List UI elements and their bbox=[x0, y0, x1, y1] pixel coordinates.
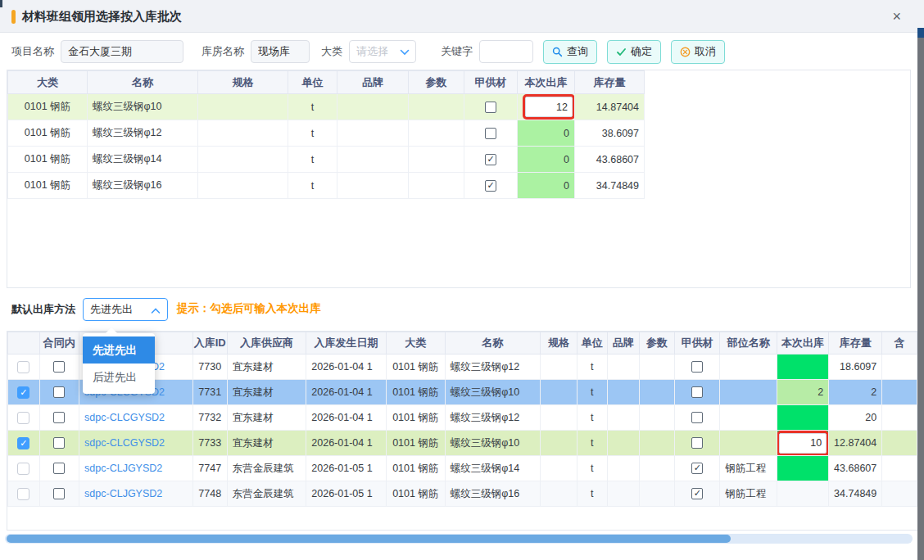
cell-id: 7731 bbox=[192, 380, 227, 405]
cell-param bbox=[409, 147, 464, 173]
horizontal-scrollbar[interactable] bbox=[5, 534, 913, 544]
cell-qty bbox=[777, 355, 829, 380]
cell-stock: 34.74849 bbox=[575, 173, 645, 199]
cell-stock: 43.68607 bbox=[829, 456, 882, 481]
checkbox-checked-icon[interactable]: ✓ bbox=[485, 154, 496, 165]
row-checkbox-checked[interactable]: ✓ bbox=[17, 386, 29, 399]
checkbox-checked-icon[interactable]: ✓ bbox=[691, 463, 703, 474]
project-name-field[interactable] bbox=[61, 40, 183, 63]
doc-number-link[interactable]: sdpc-CLCGYSD2 bbox=[84, 412, 165, 423]
checkbox-unchecked-icon[interactable] bbox=[485, 102, 496, 113]
cell-doc: sdpc-CLJGYSD2 bbox=[79, 456, 193, 481]
project-name-label: 项目名称 bbox=[11, 44, 54, 59]
category-label: 大类 bbox=[321, 44, 342, 59]
cell-unit: t bbox=[577, 481, 607, 507]
dropdown-option-fifo[interactable]: 先进先出 bbox=[83, 336, 155, 364]
column-header: 品牌 bbox=[607, 332, 639, 355]
cell-supplied: ✓ bbox=[675, 481, 720, 507]
checkbox-unchecked-icon[interactable] bbox=[53, 412, 65, 423]
qty-input[interactable] bbox=[525, 97, 573, 117]
cell-param bbox=[639, 431, 674, 456]
table-row: ✓sdpc-CLCGYSD27733宜东建材2026-01-04 10101 钢… bbox=[8, 431, 917, 456]
row-checkbox[interactable] bbox=[17, 488, 29, 500]
cell-brand bbox=[337, 147, 409, 173]
column-header: 本次出库 bbox=[777, 332, 829, 355]
confirm-button[interactable]: 确定 bbox=[607, 40, 661, 64]
checkbox-unchecked-icon[interactable] bbox=[53, 361, 65, 373]
checkbox-checked-icon[interactable]: ✓ bbox=[485, 180, 496, 192]
summary-table-panel: 大类名称规格单位品牌参数甲供材本次出库库存量0101 钢筋螺纹三级钢φ10t14… bbox=[7, 70, 911, 288]
row-checkbox[interactable] bbox=[17, 361, 29, 373]
close-icon[interactable]: × bbox=[892, 8, 901, 25]
checkbox-unchecked-icon[interactable] bbox=[53, 437, 65, 449]
column-header: 规格 bbox=[540, 332, 577, 355]
doc-number-link[interactable]: sdpc-CLJGYSD2 bbox=[84, 463, 162, 474]
cell-category: 0101 钢筋 bbox=[8, 173, 88, 199]
cell-spec bbox=[540, 355, 577, 380]
cell-brand bbox=[337, 94, 409, 120]
column-header: 品牌 bbox=[337, 71, 409, 94]
cell-stock: 2 bbox=[829, 380, 882, 405]
column-header: 大类 bbox=[8, 71, 88, 94]
cell-stock: 34.74849 bbox=[829, 481, 882, 507]
warehouse-name-label: 库房名称 bbox=[202, 44, 244, 59]
table-row: 0101 钢筋螺纹三级钢φ14t✓043.68607 bbox=[8, 147, 645, 173]
checkbox-unchecked-icon[interactable] bbox=[691, 386, 703, 398]
cell-brand bbox=[337, 173, 409, 199]
checkbox-unchecked-icon[interactable] bbox=[53, 386, 65, 398]
keyword-input[interactable] bbox=[479, 40, 533, 63]
cell-brand bbox=[337, 120, 409, 147]
cell-brand bbox=[607, 431, 639, 456]
cell-name: 螺纹三级钢φ16 bbox=[445, 481, 540, 507]
row-checkbox[interactable] bbox=[17, 463, 29, 475]
search-icon bbox=[552, 47, 563, 57]
dropdown-option-lifo[interactable]: 后进先出 bbox=[83, 364, 155, 391]
title-bar: 材料班组领用选择按入库批次 × bbox=[0, 0, 924, 33]
cell-unit: t bbox=[577, 456, 607, 481]
cell-contract bbox=[39, 405, 79, 431]
cell-tail bbox=[882, 355, 917, 380]
cell-doc: sdpc-CLCGYSD2 bbox=[79, 405, 193, 431]
checkbox-unchecked-icon[interactable] bbox=[691, 361, 703, 373]
cell-spec bbox=[540, 481, 577, 507]
cell-spec bbox=[198, 147, 288, 173]
cell-category: 0101 钢筋 bbox=[386, 431, 445, 456]
checkbox-unchecked-icon[interactable] bbox=[485, 128, 496, 139]
cell-selected: ✓ bbox=[8, 380, 40, 405]
cell-brand bbox=[607, 405, 639, 431]
cell-tail bbox=[882, 431, 917, 456]
checkbox-checked-icon[interactable]: ✓ bbox=[691, 488, 703, 499]
cell-part bbox=[720, 431, 777, 456]
cell-stock: 14.87404 bbox=[575, 94, 645, 120]
checkbox-unchecked-icon[interactable] bbox=[691, 437, 703, 449]
cell-spec bbox=[540, 405, 577, 431]
cell-part: 钢筋工程 bbox=[720, 481, 777, 507]
cell-contract bbox=[39, 380, 79, 405]
query-button[interactable]: 查询 bbox=[543, 40, 597, 64]
cell-category: 0101 钢筋 bbox=[386, 405, 445, 431]
cell-supplied: ✓ bbox=[675, 456, 720, 481]
table-row: sdpc-CLJGYSD27747东营金辰建筑2026-01-05 10101 … bbox=[8, 456, 917, 481]
column-header: 名称 bbox=[88, 71, 198, 94]
cell-contract bbox=[39, 481, 79, 507]
checkbox-unchecked-icon[interactable] bbox=[53, 463, 65, 474]
row-checkbox-checked[interactable]: ✓ bbox=[17, 437, 29, 449]
checkbox-unchecked-icon[interactable] bbox=[53, 488, 65, 499]
category-placeholder: 请选择 bbox=[356, 44, 388, 59]
row-checkbox[interactable] bbox=[17, 412, 29, 424]
doc-number-link[interactable]: sdpc-CLJGYSD2 bbox=[84, 488, 162, 499]
cell-doc: sdpc-CLJGYSD2 bbox=[79, 481, 193, 507]
cell-supplier: 宜东建材 bbox=[227, 405, 306, 431]
doc-number-link[interactable]: sdpc-CLCGYSD2 bbox=[84, 437, 165, 449]
cell-name: 螺纹三级钢φ16 bbox=[88, 173, 198, 199]
warehouse-name-field[interactable] bbox=[251, 40, 310, 63]
column-header: 单位 bbox=[288, 71, 337, 94]
default-method-select[interactable]: 先进先出 bbox=[83, 298, 168, 321]
scrollbar-thumb[interactable] bbox=[7, 535, 731, 543]
qty-input[interactable] bbox=[779, 433, 827, 454]
checkbox-unchecked-icon[interactable] bbox=[691, 412, 703, 423]
cancel-button[interactable]: 取消 bbox=[671, 40, 725, 64]
cell-supplied bbox=[675, 355, 720, 380]
category-select[interactable]: 请选择 bbox=[349, 40, 416, 63]
column-header: 入库供应商 bbox=[227, 332, 306, 355]
